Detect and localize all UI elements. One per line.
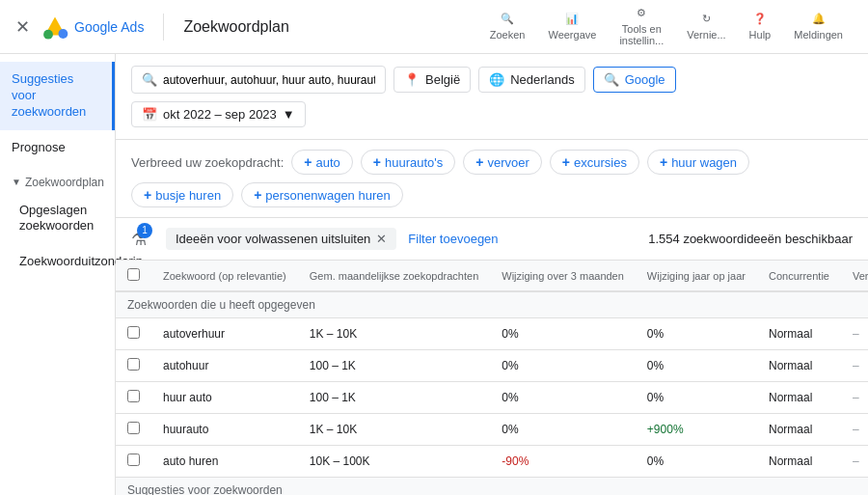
cell-competition: Normaal — [757, 318, 841, 350]
nav-icon-tools[interactable]: ⚙ Tools en instellin... — [610, 3, 673, 50]
cell-vertoningspct: – — [841, 446, 868, 478]
chevron-down-icon: ▼ — [12, 177, 21, 187]
keyword-search-input[interactable] — [163, 73, 375, 87]
cell-change3m: -90% — [490, 446, 636, 478]
keyword-table-wrap: Zoekwoord (op relevantie) Gem. maandelij… — [116, 261, 868, 495]
cell-monthly: 100 – 1K — [298, 350, 490, 382]
section-header-row: Suggesties voor zoekwoorden — [116, 478, 868, 496]
cell-monthly: 10K – 100K — [298, 446, 490, 478]
keyword-count: 1.554 zoekwoordideeën beschikbaar — [648, 232, 853, 246]
section-header-row: Zoekwoorden die u heeft opgegeven — [116, 291, 868, 318]
cell-change-year: 0% — [636, 350, 757, 382]
cell-change-year: 0% — [636, 446, 757, 478]
suggestion-chip-bussuhuren[interactable]: + busje huren — [131, 182, 233, 207]
cell-keyword: huur auto — [151, 382, 298, 414]
chevron-down-icon: ▼ — [283, 107, 295, 122]
filter-bar: ⚗ 1 Ideeën voor volwassenen uitsluiten ✕… — [116, 218, 868, 261]
main-layout: Suggesties voor zoekwoorden Prognose ▼ Z… — [0, 54, 868, 495]
suggestion-chip-vervoer[interactable]: + vervoer — [463, 150, 542, 175]
location-chip[interactable]: 📍 België — [393, 67, 471, 93]
sidebar-section-zoekwoordplan[interactable]: ▼ Zoekwoordplan — [0, 166, 115, 193]
language-chip[interactable]: 🌐 Nederlands — [478, 67, 585, 93]
row-checkbox[interactable] — [127, 422, 140, 434]
cell-change-year: +900% — [636, 414, 757, 446]
nav-divider — [163, 14, 164, 41]
cell-competition: Normaal — [757, 446, 841, 478]
top-nav-left: ✕ Google Ads Zoekwoordplan — [15, 14, 480, 41]
row-checkbox[interactable] — [127, 326, 140, 339]
cell-vertoningspct: – — [841, 382, 868, 414]
filter-badge: 1 — [137, 223, 152, 238]
suggestion-chip-auto[interactable]: + auto — [291, 150, 353, 175]
cell-competition: Normaal — [757, 414, 841, 446]
top-nav-icons: 🔍 Zoeken 📊 Weergave ⚙ Tools en instellin… — [480, 3, 853, 50]
nav-icon-weergave[interactable]: 📊 Weergave — [538, 9, 606, 44]
cell-vertoningspct: – — [841, 318, 868, 350]
network-chip[interactable]: 🔍 Google — [593, 67, 676, 93]
select-all-checkbox[interactable] — [127, 268, 140, 281]
nav-icon-zoeken[interactable]: 🔍 Zoeken — [480, 9, 535, 44]
row-checkbox-cell — [116, 318, 151, 350]
plus-icon: + — [562, 154, 570, 170]
suggestion-chip-excursies[interactable]: + excursies — [550, 150, 639, 175]
plus-icon: + — [660, 154, 667, 170]
bell-icon: 🔔 — [812, 13, 826, 25]
nav-icon-notifications[interactable]: 🔔 Meldingen — [784, 9, 853, 44]
google-icon: 🔍 — [604, 72, 619, 87]
cell-keyword: autoverhuur — [151, 318, 298, 350]
suggestions-bar: Verbreed uw zoekopdracht: + auto + huura… — [116, 140, 868, 218]
plus-icon: + — [144, 187, 151, 203]
filter-tag: Ideeën voor volwassenen uitsluiten ✕ — [166, 228, 396, 250]
row-checkbox-cell — [116, 446, 151, 478]
suggestions-label: Verbreed uw zoekopdracht: — [131, 155, 284, 170]
sidebar-item-uitzondering[interactable]: Zoekwoorduitzonderin... — [0, 244, 115, 280]
col-keyword[interactable]: Zoekwoord (op relevantie) — [151, 261, 298, 291]
row-checkbox-cell — [116, 350, 151, 382]
nav-icon-refresh[interactable]: ↻ Vernie... — [677, 9, 735, 44]
svg-point-1 — [59, 29, 68, 39]
top-nav: ✕ Google Ads Zoekwoordplan 🔍 Zoeken 📊 We… — [0, 0, 868, 54]
suggestion-chip-huurautos[interactable]: + huurauto's — [361, 150, 456, 175]
suggestion-chip-personenwagen[interactable]: + personenwagen huren — [241, 182, 403, 207]
row-checkbox[interactable] — [127, 358, 140, 371]
col-monthly[interactable]: Gem. maandelijkse zoekopdrachten — [298, 261, 490, 291]
filter-button[interactable]: ⚗ 1 — [131, 229, 147, 250]
cell-vertoningspct: – — [841, 350, 868, 382]
keyword-table: Zoekwoord (op relevantie) Gem. maandelij… — [116, 261, 868, 495]
col-vertoningspct[interactable]: Vertoningspercenti van adverter — [841, 261, 868, 291]
search-input-icon: 🔍 — [142, 72, 157, 87]
page-title: Zoekwoordplan — [183, 18, 288, 36]
sidebar-item-opgeslagen[interactable]: Opgeslagen zoekwoorden — [0, 193, 115, 245]
col-competition[interactable]: Concurrentie — [757, 261, 841, 291]
table-row: autohuur100 – 1K0%0%Normaal–€ 0,55€ 2,40 — [116, 350, 868, 382]
col-changeyear[interactable]: Wijziging jaar op jaar — [636, 261, 757, 291]
row-checkbox[interactable] — [127, 390, 140, 402]
refresh-icon: ↻ — [702, 13, 711, 25]
keyword-search-input-wrap[interactable]: 🔍 — [131, 66, 386, 94]
col-change3m[interactable]: Wijziging over 3 maanden — [490, 261, 636, 291]
row-checkbox-cell — [116, 382, 151, 414]
cell-monthly: 1K – 10K — [298, 414, 490, 446]
nav-icon-help[interactable]: ❓ Hulp — [740, 9, 781, 44]
sidebar: Suggesties voor zoekwoorden Prognose ▼ Z… — [0, 54, 116, 495]
main-content: 🔍 📍 België 🌐 Nederlands 🔍 Google 📅 okt 2… — [116, 54, 868, 495]
language-icon: 🌐 — [489, 72, 504, 87]
add-filter-button[interactable]: Filter toevoegen — [408, 232, 498, 246]
suggestion-chip-huurwagen[interactable]: + huur wagen — [647, 150, 749, 175]
google-ads-logo-icon — [41, 14, 68, 41]
date-chip[interactable]: 📅 okt 2022 – sep 2023 ▼ — [131, 101, 306, 127]
row-checkbox-cell — [116, 414, 151, 446]
location-icon: 📍 — [404, 72, 420, 87]
select-all-header[interactable] — [116, 261, 151, 291]
sidebar-item-suggesties[interactable]: Suggesties voor zoekwoorden — [0, 62, 115, 130]
cell-keyword: huurauto — [151, 414, 298, 446]
close-button[interactable]: ✕ — [15, 16, 30, 38]
filter-remove-button[interactable]: ✕ — [376, 232, 387, 246]
help-icon: ❓ — [753, 13, 767, 25]
row-checkbox[interactable] — [127, 454, 140, 466]
cell-change3m: 0% — [490, 382, 636, 414]
logo-text: Google Ads — [74, 19, 144, 35]
table-row: auto huren10K – 100K-90%0%Normaal–€ 0,44… — [116, 446, 868, 478]
cell-competition: Normaal — [757, 382, 841, 414]
sidebar-item-prognose[interactable]: Prognose — [0, 130, 115, 166]
